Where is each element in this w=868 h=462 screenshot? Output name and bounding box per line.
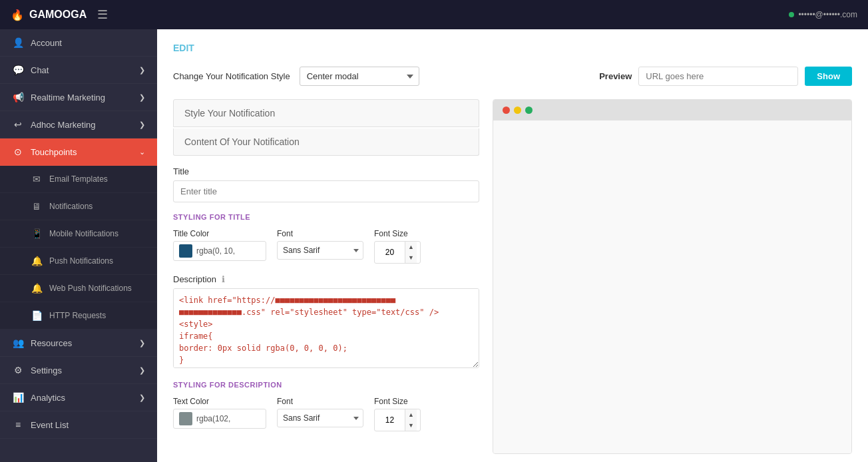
sidebar-item-mobile-notifications[interactable]: 📱 Mobile Notifications — [0, 220, 157, 248]
chat-icon: 💬 — [12, 65, 24, 75]
title-font-col: Font Sans Sarif Arial Verdana Georgia Ti… — [277, 229, 363, 260]
preview-label: Preview — [599, 71, 632, 81]
desc-fontsize-wrap: ▲ ▼ — [374, 409, 421, 431]
adhoc-icon: ↩ — [12, 119, 24, 130]
sidebar-item-label: Push Notifications — [49, 256, 113, 266]
sidebar-item-label: Analytics — [31, 393, 65, 403]
sidebar-item-resources[interactable]: 👥 Resources ❯ — [0, 330, 157, 357]
content-section-header: Content Of Your Notification — [173, 128, 479, 156]
styling-title-section: STYLING FOR TITLE Title Color rgba(0, 10… — [173, 213, 479, 264]
sidebar-item-chat[interactable]: 💬 Chat ❯ — [0, 57, 157, 84]
title-input[interactable] — [173, 180, 479, 202]
desc-fontsize-up[interactable]: ▲ — [405, 409, 417, 420]
top-controls-row: Change Your Notification Style Center mo… — [173, 67, 852, 86]
sidebar-item-adhoc-marketing[interactable]: ↩ Adhoc Marketing ❯ — [0, 111, 157, 138]
title-label: Title — [173, 166, 479, 176]
sidebar-item-http-requests[interactable]: 📄 HTTP Requests — [0, 302, 157, 330]
styling-title-header: STYLING FOR TITLE — [173, 213, 479, 221]
sidebar-item-label: Event List — [31, 420, 69, 430]
title-color-swatch — [179, 244, 192, 258]
title-fontsize-label: Font Size — [374, 229, 421, 238]
analytics-icon: 📊 — [12, 392, 24, 403]
email-icon: ✉ — [31, 174, 43, 184]
sidebar-item-realtime-marketing[interactable]: 📢 Realtime Marketing ❯ — [0, 84, 157, 111]
sidebar-item-notifications[interactable]: 🖥 Notifications — [0, 193, 157, 220]
preview-section: Preview Show — [599, 67, 852, 86]
sidebar-item-label: Web Push Notifications — [49, 284, 132, 293]
desc-fontsize-arrows: ▲ ▼ — [405, 409, 417, 431]
title-color-value: rgba(0, 10, — [196, 246, 235, 256]
desc-color-col: Text Color rgba(102, — [173, 397, 266, 429]
sidebar-item-web-push-notifications[interactable]: 🔔 Web Push Notifications — [0, 275, 157, 302]
browser-dot-red — [503, 107, 510, 114]
sidebar-item-label: Adhoc Marketing — [31, 120, 96, 130]
change-style-label: Change Your Notification Style — [173, 71, 290, 81]
sidebar-item-label: Mobile Notifications — [49, 229, 118, 238]
sidebar-item-account[interactable]: 👤 Account — [0, 29, 157, 57]
desc-fontsize-label: Font Size — [374, 397, 421, 406]
preview-url-input[interactable] — [638, 67, 798, 86]
edit-header: EDIT — [173, 43, 852, 53]
hamburger-icon[interactable]: ☰ — [97, 7, 108, 22]
touchpoints-icon: ⊙ — [12, 146, 24, 157]
user-info: ••••••@••••••.com — [789, 10, 857, 19]
user-email: ••••••@••••••.com — [798, 10, 857, 19]
sidebar-item-push-notifications[interactable]: 🔔 Push Notifications — [0, 248, 157, 275]
title-color-label: Title Color — [173, 229, 266, 238]
sidebar-item-label: Settings — [31, 365, 62, 375]
chevron-icon: ❯ — [139, 366, 145, 375]
title-fontsize-arrows: ▲ ▼ — [405, 242, 417, 263]
http-icon: 📄 — [31, 310, 43, 321]
resources-icon: 👥 — [12, 338, 24, 348]
sidebar-item-touchpoints[interactable]: ⊙ Touchpoints ⌄ — [0, 138, 157, 166]
sidebar-item-label: Realtime Marketing — [31, 93, 105, 103]
sidebar-item-email-templates[interactable]: ✉ Email Templates — [0, 166, 157, 193]
sidebar: 👤 Account 💬 Chat ❯ 📢 Realtime Marketing … — [0, 29, 157, 462]
sidebar-item-event-list[interactable]: ≡ Event List — [0, 411, 157, 439]
web-push-icon: 🔔 — [31, 283, 43, 294]
main-content: EDIT Change Your Notification Style Cent… — [157, 29, 868, 462]
sidebar-item-label: Resources — [31, 338, 72, 348]
logo-text: GAMOOGA — [29, 9, 87, 21]
top-nav: 🔥 GAMOOGA ☰ ••••••@••••••.com — [0, 0, 868, 29]
desc-font-select[interactable]: Sans Sarif Arial Verdana Georgia Times N… — [277, 409, 363, 427]
chevron-icon: ❯ — [139, 393, 145, 402]
browser-dot-yellow — [514, 107, 521, 114]
styling-desc-header: STYLING FOR DESCRIPTION — [173, 381, 479, 389]
desc-color-label: Text Color — [173, 397, 266, 406]
preview-panel — [493, 99, 852, 454]
content-area: Style Your Notification Content Of Your … — [173, 99, 852, 454]
sidebar-item-settings[interactable]: ⚙ Settings ❯ — [0, 357, 157, 384]
logo-icon: 🔥 — [11, 9, 24, 21]
sidebar-item-label: Notifications — [49, 202, 93, 211]
account-icon: 👤 — [12, 37, 24, 48]
desc-color-value: rgba(102, — [196, 414, 230, 423]
desc-style-row: Text Color rgba(102, Font Sans Sarif Ari… — [173, 397, 479, 431]
title-color-col: Title Color rgba(0, 10, — [173, 229, 266, 261]
title-font-select[interactable]: Sans Sarif Arial Verdana Georgia Times N… — [277, 241, 363, 260]
notification-style-select[interactable]: Center modal Top bar Bottom bar Slide in — [300, 67, 419, 86]
desc-color-picker[interactable]: rgba(102, — [173, 409, 266, 429]
styling-desc-section: STYLING FOR DESCRIPTION Text Color rgba(… — [173, 381, 479, 431]
desc-fontsize-down[interactable]: ▼ — [405, 420, 417, 431]
sidebar-item-analytics[interactable]: 📊 Analytics ❯ — [0, 384, 157, 411]
desc-font-col: Font Sans Sarif Arial Verdana Georgia Ti… — [277, 397, 363, 427]
title-color-picker[interactable]: rgba(0, 10, — [173, 241, 266, 261]
description-label: Description ℹ — [173, 274, 479, 284]
title-fontsize-input[interactable] — [375, 244, 405, 260]
browser-bar — [493, 100, 851, 120]
list-icon: ≡ — [12, 419, 24, 430]
desc-color-swatch — [179, 412, 192, 425]
description-textarea[interactable]: <link href="https://■■■■■■■■■■■■■■■■■■■■… — [173, 288, 479, 368]
browser-dot-green — [525, 107, 533, 114]
title-fontsize-down[interactable]: ▼ — [405, 252, 417, 263]
title-fontsize-wrap: ▲ ▼ — [374, 241, 421, 264]
desc-fontsize-input[interactable] — [375, 412, 405, 428]
mobile-icon: 📱 — [31, 228, 43, 239]
sidebar-item-label: HTTP Requests — [49, 311, 106, 320]
title-fontsize-up[interactable]: ▲ — [405, 242, 417, 252]
realtime-icon: 📢 — [12, 92, 24, 103]
show-button[interactable]: Show — [805, 67, 852, 86]
desc-fontsize-col: Font Size ▲ ▼ — [374, 397, 421, 431]
style-control-group: Change Your Notification Style Center mo… — [173, 67, 419, 86]
